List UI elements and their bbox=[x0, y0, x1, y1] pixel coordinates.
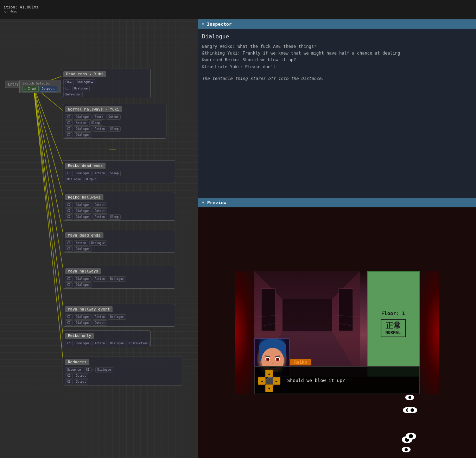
mini-node-c0[interactable]: C0 ► bbox=[63, 79, 74, 85]
rh-output[interactable]: Output bbox=[93, 202, 107, 208]
mde-dialogue[interactable]: Dialogue bbox=[89, 240, 107, 246]
game-preview: Floor: 1 正常 NORMAL bbox=[198, 207, 476, 458]
nh-dialogue2[interactable]: Dialogue bbox=[74, 126, 92, 132]
rh-row-1: C2 Dialogue Output bbox=[65, 202, 173, 208]
dialogue-content: &angry Reiko: What the fuck ARE these th… bbox=[202, 43, 472, 70]
tentacle-right bbox=[420, 271, 439, 394]
maya-hallway-event-group[interactable]: Maya hallway event C1 Dialogue Action Di… bbox=[63, 304, 175, 327]
rde-output[interactable]: Output bbox=[84, 177, 99, 182]
nh-start[interactable]: Start bbox=[93, 114, 105, 120]
rde-dialogue[interactable]: Dialogue bbox=[74, 171, 92, 176]
nh-c1d[interactable]: C1 bbox=[65, 132, 73, 138]
character-name-tag: Reiko bbox=[290, 359, 311, 365]
ro-c5[interactable]: C5 bbox=[65, 341, 73, 346]
preview-collapse-arrow[interactable]: ▼ bbox=[202, 200, 204, 205]
mde-action[interactable]: Action bbox=[74, 240, 88, 246]
mde-dialogue2[interactable]: Dialogue bbox=[74, 246, 92, 252]
nh-sleep2[interactable]: Sleep bbox=[108, 126, 121, 132]
mh-action[interactable]: Action bbox=[93, 276, 107, 282]
inspector-collapse-arrow[interactable]: ▼ bbox=[202, 22, 204, 26]
mhe-dialogue[interactable]: Dialogue bbox=[74, 314, 92, 320]
mde-c3b[interactable]: C3 bbox=[65, 246, 73, 252]
rh-dialogue2[interactable]: Dialogue bbox=[74, 208, 92, 214]
ro-action[interactable]: Action bbox=[93, 341, 107, 346]
nh-dialogue3[interactable]: Dialogue bbox=[74, 132, 92, 138]
rh-c2c[interactable]: C2 bbox=[65, 214, 73, 220]
dpad-down[interactable]: ▼ bbox=[265, 384, 273, 392]
maya-hallways-label: Maya hallways bbox=[65, 268, 101, 274]
ro-dialogue[interactable]: Dialogue bbox=[74, 341, 92, 346]
rh-action[interactable]: Action bbox=[93, 214, 107, 220]
rh-sleep3[interactable]: Sleep bbox=[108, 214, 121, 220]
red-dialogue[interactable]: Dialogue bbox=[95, 367, 113, 372]
switch-selector-node[interactable]: Switch Selector ► Input Output ► bbox=[19, 80, 61, 93]
top-bar: ition: 41.801ms s: 0ms bbox=[0, 0, 476, 19]
rde-c3[interactable]: C3 bbox=[65, 171, 73, 176]
mh-c1[interactable]: C1 bbox=[65, 276, 73, 282]
nh-output[interactable]: Output bbox=[106, 114, 121, 120]
red-output2[interactable]: Output bbox=[74, 373, 88, 378]
reducers-group[interactable]: Reducers Sequence C1 ► Dialogue C2 Outpu… bbox=[63, 357, 182, 385]
mini-node-dialogue1[interactable]: Dialogue ► bbox=[75, 79, 96, 85]
mh-dialogue[interactable]: Dialogue bbox=[74, 276, 92, 282]
dpad-right[interactable]: ► bbox=[273, 377, 280, 385]
mh-dialogue3[interactable]: Dialogue bbox=[74, 282, 92, 288]
ro-dialogue2[interactable]: Dialogue bbox=[108, 341, 126, 346]
dpad-up[interactable]: ▲ bbox=[265, 370, 273, 377]
mde-c3[interactable]: C3 bbox=[65, 240, 73, 246]
mhe-c1b[interactable]: C1 bbox=[65, 320, 73, 326]
nh-action[interactable]: Action bbox=[74, 120, 88, 126]
dpad-left[interactable]: ◄ bbox=[258, 377, 266, 385]
reiko-hallways-group[interactable]: Reiko hallways C2 Dialogue Output C2 Dia… bbox=[63, 192, 175, 221]
red-output3[interactable]: Output bbox=[74, 379, 88, 384]
mhe-output[interactable]: Output bbox=[93, 320, 107, 326]
inspector-title: Inspector bbox=[207, 21, 231, 27]
mhe-c1[interactable]: C1 bbox=[65, 314, 73, 320]
mh-dialogue2[interactable]: Dialogue bbox=[108, 276, 126, 282]
ro-instruction[interactable]: Instruction bbox=[127, 341, 150, 346]
ro-row-1: C5 Dialogue Action Dialogue Instruction bbox=[65, 341, 148, 346]
reiko-dead-ends-group[interactable]: Reiko dead ends C3 Dialogue Action Sleep… bbox=[63, 160, 175, 183]
maya-hallways-group[interactable]: Maya hallways C1 Dialogue Action Dialogu… bbox=[63, 266, 175, 289]
red-sequence[interactable]: Sequence bbox=[65, 367, 83, 372]
mhe-action[interactable]: Action bbox=[93, 314, 107, 320]
red-row-1: Sequence C1 ► Dialogue bbox=[65, 367, 180, 372]
nh-dialogue[interactable]: Dialogue bbox=[74, 114, 92, 120]
normal-hallways-yuki-label: Normal hallways - Yuki bbox=[65, 106, 122, 112]
mini-node-dialogue2[interactable]: Dialogue bbox=[72, 86, 90, 91]
reiko-only-group[interactable]: Reiko only C5 Dialogue Action Dialogue I… bbox=[63, 330, 151, 347]
rh-dialogue3[interactable]: Dialogue bbox=[74, 214, 92, 220]
main-layout: Entry Switch Selector ► Input Output ► D… bbox=[0, 19, 476, 458]
nh-c1[interactable]: C1 bbox=[65, 114, 73, 120]
nh-sleep[interactable]: Sleep bbox=[89, 120, 102, 126]
rde-action[interactable]: Action bbox=[93, 171, 107, 176]
rde-dialogue2[interactable]: Dialogue bbox=[65, 177, 83, 182]
rde-sleep[interactable]: Sleep bbox=[108, 171, 121, 176]
mini-node-c1a[interactable]: C1 bbox=[63, 86, 71, 91]
reiko-hallways-label: Reiko hallways bbox=[65, 194, 103, 200]
nh-row-1: C1 Dialogue Start Output bbox=[65, 114, 164, 120]
mhe-dialogue2[interactable]: Dialogue bbox=[108, 314, 126, 320]
red-c1[interactable]: C1 bbox=[84, 367, 92, 372]
mh-c1b[interactable]: C1 bbox=[65, 282, 73, 288]
red-c3b[interactable]: C3 bbox=[65, 379, 73, 384]
normal-hallways-yuki-group[interactable]: Normal hallways - Yuki C1 Dialogue Start… bbox=[63, 104, 166, 139]
output-port: Output ► bbox=[40, 86, 58, 92]
nh-action2[interactable]: Action bbox=[93, 126, 107, 132]
floor-indicator: Floor: 1 正常 NORMAL bbox=[367, 271, 420, 377]
rh-c2b[interactable]: C2 bbox=[65, 208, 73, 214]
nh-c1b[interactable]: C1 bbox=[65, 120, 73, 126]
svg-rect-20 bbox=[283, 299, 332, 331]
rh-output2[interactable]: Output bbox=[93, 208, 107, 214]
rh-row-2: C2 Dialogue Output bbox=[65, 208, 173, 214]
nh-c1c[interactable]: C1 bbox=[65, 126, 73, 132]
dead-ends-yuki-label: Dead ends - Yuki bbox=[63, 71, 106, 77]
mhe-dialogue3[interactable]: Dialogue bbox=[74, 320, 92, 326]
rh-dialogue[interactable]: Dialogue bbox=[74, 202, 92, 208]
red-c2[interactable]: C2 bbox=[65, 373, 73, 378]
rh-c2[interactable]: C2 bbox=[65, 202, 73, 208]
dead-ends-yuki-group[interactable]: Dead ends - Yuki C0 ► Dialogue ► C1 Dial… bbox=[61, 69, 151, 98]
mini-node-behaviour[interactable]: Behaviour bbox=[63, 92, 83, 97]
maya-dead-ends-group[interactable]: Maya dead ends C3 Action Dialogue C3 Dia… bbox=[63, 230, 175, 253]
node-editor[interactable]: Entry Switch Selector ► Input Output ► D… bbox=[0, 19, 198, 458]
